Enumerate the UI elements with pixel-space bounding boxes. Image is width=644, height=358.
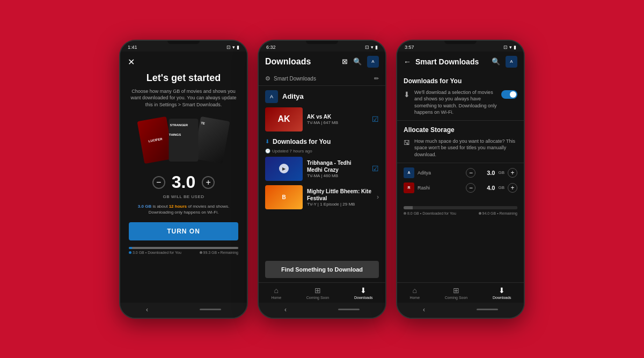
dot-used [129, 251, 131, 254]
cast-button[interactable]: ⊠ [342, 57, 348, 65]
downloads-icon-2: ⬇ [360, 286, 367, 295]
thumb-ak-vs-ak: AK [265, 107, 303, 131]
downloads-header: Downloads ⊠ 🔍 A [259, 52, 385, 72]
user-section-aditya: A Aditya AK AK vs AK TV-MA | 647 MB ☑ ⬇ [259, 86, 385, 216]
toggle-row: ⬇ We'll download a selection of movies a… [404, 89, 517, 116]
aditya-increase-button[interactable]: + [508, 168, 517, 178]
find-something-button[interactable]: Find Something to Download [265, 261, 379, 278]
aditya-avatar: A [404, 167, 414, 178]
coming-soon-label-3: Coming Soon [445, 296, 467, 299]
coming-soon-icon-2: ⊞ [314, 286, 321, 295]
downloads-icon-3: ⬇ [499, 286, 505, 295]
allocate-storage-section: Allocate Storage 🖫 How much space do you… [397, 121, 524, 163]
gb-decrease-button[interactable]: − [152, 176, 165, 189]
dot-remaining-3 [479, 212, 481, 215]
turn-on-button[interactable]: TURN ON [129, 222, 238, 240]
bottom-nav-2: ⌂ Home ⊞ Coming Soon ⬇ Downloads [259, 282, 385, 303]
phone-nav-1: ‹ [120, 303, 247, 318]
rashi-avatar: R [404, 182, 414, 193]
downloads-label-3: Downloads [493, 296, 511, 299]
cover-right-text: TE [199, 120, 206, 127]
header-icons-3: 🔍 A [492, 56, 517, 68]
gb-control: − 3.0 + [152, 172, 215, 192]
screen1-info: 3.0 GB is about 12 hours of movies and s… [129, 203, 238, 215]
storage2-remaining [413, 206, 517, 209]
nav-coming-soon-2[interactable]: ⊞ Coming Soon [306, 286, 329, 299]
aditya-decrease-button[interactable]: − [466, 168, 475, 178]
rashi-gb-unit: GB [498, 185, 504, 190]
back-gesture-3[interactable]: ‹ [423, 306, 425, 313]
rashi-decrease-button[interactable]: − [466, 183, 475, 193]
dot-remaining [200, 251, 202, 254]
storage-icon: 🖫 [404, 139, 410, 147]
nav-downloads-3[interactable]: ⬇ Downloads [493, 286, 511, 299]
wifi-icon-3: ▾ [509, 45, 512, 50]
download-item-1: AK AK vs AK TV-MA | 647 MB ☑ [265, 107, 379, 131]
time-2: 6:32 [266, 45, 276, 50]
storage-bar-container-1: 3.0 GB • Downloaded for You 99.3 GB • Re… [129, 247, 238, 254]
close-button[interactable]: ✕ [120, 52, 142, 72]
dot-used-3 [404, 212, 406, 215]
notch-2 [306, 41, 338, 44]
item-meta-1: TV-MA | 647 MB [307, 120, 368, 125]
status-icons-3: ⊡ ▾ ▮ [503, 45, 516, 50]
cover-left-text: LUCIFER [147, 136, 164, 144]
user-avatar-aditya: A [265, 90, 278, 103]
cover-stranger-things: STRANGER THINGS [169, 119, 199, 162]
wifi-icon: ▾ [232, 45, 235, 50]
storage-bar-1 [129, 247, 238, 249]
nav-downloads-2[interactable]: ⬇ Downloads [354, 286, 373, 299]
cover-lucifer: LUCIFER [137, 116, 173, 164]
home-icon-3: ⌂ [412, 286, 416, 295]
edit-icon[interactable]: ✏ [374, 75, 379, 82]
smart-downloads-row[interactable]: ⚙ Smart Downloads ✏ [259, 72, 385, 86]
toggle-switch[interactable] [501, 90, 517, 99]
phones-container: 1:41 ⊡ ▾ ▮ ✕ Let's get started Choose ho… [119, 40, 525, 319]
cover-center-text: STRANGER THINGS [169, 122, 188, 137]
back-gesture-1[interactable]: ‹ [146, 306, 148, 313]
dl-for-you-icon: ⬇ [265, 138, 269, 144]
allocate-row: 🖫 How much space do you want to allocate… [404, 138, 517, 158]
gb-increase-button[interactable]: + [202, 176, 215, 189]
aditya-stepper: − 3.0 GB + [466, 168, 517, 178]
display-icon: ⊡ [226, 45, 231, 50]
screen3-content: ← Smart Downloads 🔍 A Downloads for You … [397, 52, 524, 303]
downloads-for-you-title: Downloads for You [273, 138, 331, 145]
nav-home-2[interactable]: ⌂ Home [271, 286, 281, 299]
search-button-3[interactable]: 🔍 [492, 57, 500, 65]
phone-1: 1:41 ⊡ ▾ ▮ ✕ Let's get started Choose ho… [119, 40, 248, 319]
user-gb-row-aditya: A Aditya − 3.0 GB + [404, 167, 517, 178]
screen1-body: Let's get started Choose how many GB of … [120, 72, 247, 303]
time-3: 3:57 [405, 45, 414, 50]
phone-nav-3: ‹ [397, 303, 524, 318]
aditya-gb-value: 3.0 [479, 170, 495, 176]
gb-label: GB WILL BE USED [163, 194, 204, 199]
nav-coming-soon-3[interactable]: ⊞ Coming Soon [445, 286, 467, 299]
spacer-2 [259, 216, 385, 261]
storage-used-label: 3.0 GB • Downloaded for You [129, 251, 181, 254]
info-text: is about [152, 204, 169, 209]
aditya-gb-unit: GB [498, 170, 504, 175]
back-button[interactable]: ← [404, 57, 411, 66]
storage2-remaining-label: 94.0 GB • Remaining [479, 211, 518, 215]
home-gesture-3[interactable] [477, 309, 498, 310]
thumb-bheem: B [265, 185, 303, 209]
item-check-2: ☑ [372, 164, 379, 173]
wifi-icon-2: ▾ [371, 45, 374, 50]
phone-3: 3:57 ⊡ ▾ ▮ ← Smart Downloads 🔍 A Downloa… [396, 40, 525, 319]
settings-icon: ⚙ [265, 75, 270, 82]
storage-remaining-bar [132, 247, 238, 249]
item-arrow-3: › [377, 193, 379, 201]
nav-home-3[interactable]: ⌂ Home [409, 286, 420, 299]
rashi-increase-button[interactable]: + [508, 183, 517, 193]
downloads-for-you-header: ⬇ Downloads for You [265, 136, 379, 145]
user-avatar-header-3[interactable]: A [506, 56, 517, 68]
item-title-3: Mighty Little Bheem: Kite Festival [307, 188, 372, 202]
home-gesture-1[interactable] [200, 309, 221, 310]
home-gesture-2[interactable] [338, 309, 360, 310]
back-gesture-2[interactable]: ‹ [284, 306, 287, 313]
search-button[interactable]: 🔍 [353, 57, 362, 65]
play-icon-tribhanga: ▶ [279, 164, 289, 173]
download-item-3: B Mighty Little Bheem: Kite Festival TV-… [265, 185, 379, 209]
user-avatar-header[interactable]: A [367, 56, 379, 68]
